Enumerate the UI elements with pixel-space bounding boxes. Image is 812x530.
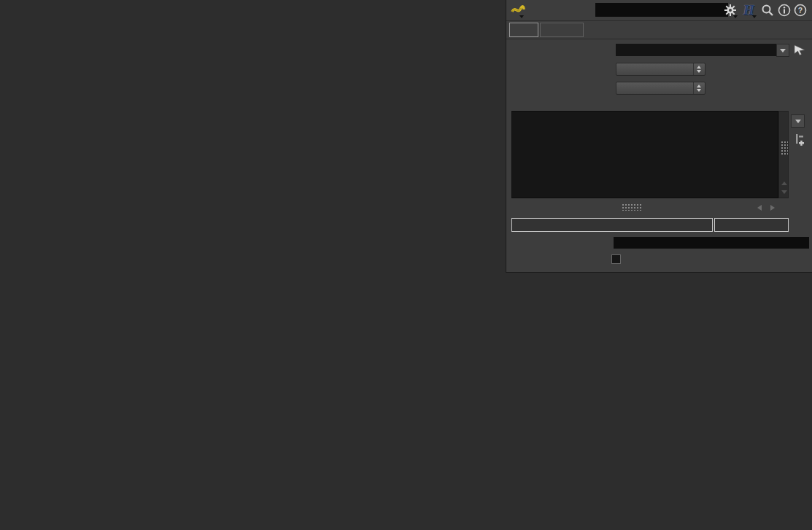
attribute-wrangle-node-icon[interactable] — [510, 2, 526, 18]
editor-scroll-left-icon[interactable] — [757, 205, 762, 211]
cursor-position — [714, 218, 789, 232]
search-icon[interactable] — [760, 3, 775, 17]
run-over-dropdown[interactable] — [616, 82, 705, 95]
svg-text:?: ? — [798, 6, 803, 15]
editor-resize-grip[interactable] — [622, 203, 642, 211]
houdini-window: H ? — [0, 0, 812, 530]
run-over-spinner[interactable] — [693, 82, 705, 94]
editor-language-dropdown[interactable] — [791, 114, 805, 128]
group-select-arrow-icon[interactable] — [793, 43, 806, 59]
tab-code[interactable] — [509, 23, 538, 37]
tab-bar — [506, 21, 812, 39]
info-icon[interactable] — [777, 3, 792, 17]
editor-scroll-down-icon[interactable] — [781, 190, 787, 194]
enforce-prototypes-checkbox[interactable] — [611, 254, 621, 264]
expand-parameters-icon[interactable] — [792, 133, 805, 150]
vex-code-editor[interactable] — [511, 111, 778, 198]
help-icon[interactable]: ? — [793, 3, 808, 17]
houdini-logo-icon[interactable]: H — [741, 3, 757, 17]
group-type-spinner[interactable] — [693, 63, 705, 75]
editor-scrollbar-grip[interactable] — [781, 141, 788, 155]
editor-scroll-up-icon[interactable] — [781, 182, 787, 185]
editor-scrollbar[interactable] — [778, 111, 789, 198]
parameter-panel: H ? — [506, 0, 812, 273]
editor-status-message — [511, 218, 713, 232]
editor-scroll-right-icon[interactable] — [770, 205, 775, 211]
attributes-to-create-input[interactable] — [614, 237, 809, 249]
group-input[interactable] — [616, 44, 781, 56]
group-dropdown-button[interactable] — [776, 44, 789, 57]
gear-icon[interactable] — [723, 3, 738, 17]
tab-bindings[interactable] — [540, 23, 584, 37]
node-name-field[interactable] — [595, 3, 728, 17]
parameter-panel-header: H ? — [506, 0, 812, 21]
group-type-dropdown[interactable] — [616, 63, 705, 76]
